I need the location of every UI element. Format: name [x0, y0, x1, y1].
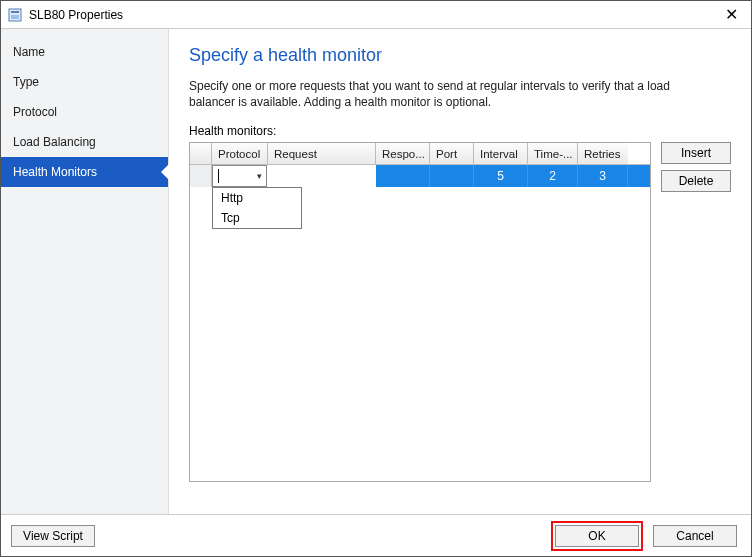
protocol-combobox[interactable]: ▾ [212, 165, 267, 187]
row-selector-header [190, 143, 212, 164]
col-retries[interactable]: Retries [578, 143, 628, 164]
ok-button-highlight: OK [551, 521, 643, 551]
sidebar-item-name[interactable]: Name [1, 37, 168, 67]
col-port[interactable]: Port [430, 143, 474, 164]
grid-row[interactable]: ▾ 5 2 3 [190, 165, 650, 187]
dialog-footer: View Script OK Cancel [1, 514, 751, 556]
grid-header-row: Protocol Request Respo... Port Interval … [190, 143, 650, 165]
svg-rect-1 [11, 11, 19, 13]
app-icon [7, 7, 23, 23]
col-interval[interactable]: Interval [474, 143, 528, 164]
close-button[interactable]: ✕ [711, 1, 751, 28]
main-panel: Specify a health monitor Specify one or … [169, 29, 751, 514]
protocol-dropdown[interactable]: Http Tcp [212, 187, 302, 229]
health-monitors-grid[interactable]: Protocol Request Respo... Port Interval … [189, 142, 651, 482]
sidebar-item-health-monitors[interactable]: Health Monitors [1, 157, 168, 187]
titlebar: SLB80 Properties ✕ [1, 1, 751, 29]
response-cell[interactable] [376, 165, 430, 187]
text-cursor [218, 169, 219, 183]
col-protocol[interactable]: Protocol [212, 143, 268, 164]
sidebar-item-type[interactable]: Type [1, 67, 168, 97]
timeout-cell[interactable]: 2 [528, 165, 578, 187]
sidebar-item-load-balancing[interactable]: Load Balancing [1, 127, 168, 157]
window-title: SLB80 Properties [29, 8, 123, 22]
request-cell[interactable] [268, 165, 376, 187]
cancel-button[interactable]: Cancel [653, 525, 737, 547]
sidebar-nav: Name Type Protocol Load Balancing Health… [1, 29, 169, 514]
col-request[interactable]: Request [268, 143, 376, 164]
port-cell[interactable] [430, 165, 474, 187]
page-description: Specify one or more requests that you wa… [189, 78, 709, 110]
close-icon: ✕ [725, 5, 738, 24]
col-response[interactable]: Respo... [376, 143, 430, 164]
sidebar-item-protocol[interactable]: Protocol [1, 97, 168, 127]
svg-rect-2 [11, 15, 19, 19]
col-timeout[interactable]: Time-... [528, 143, 578, 164]
interval-cell[interactable]: 5 [474, 165, 528, 187]
protocol-option-http[interactable]: Http [213, 188, 301, 208]
delete-button[interactable]: Delete [661, 170, 731, 192]
page-heading: Specify a health monitor [189, 45, 731, 66]
protocol-option-tcp[interactable]: Tcp [213, 208, 301, 228]
row-selector[interactable] [190, 165, 212, 187]
insert-button[interactable]: Insert [661, 142, 731, 164]
properties-dialog: SLB80 Properties ✕ Name Type Protocol Lo… [0, 0, 752, 557]
retries-cell[interactable]: 3 [578, 165, 628, 187]
chevron-down-icon: ▾ [257, 171, 262, 181]
view-script-button[interactable]: View Script [11, 525, 95, 547]
grid-label: Health monitors: [189, 124, 731, 138]
ok-button[interactable]: OK [555, 525, 639, 547]
